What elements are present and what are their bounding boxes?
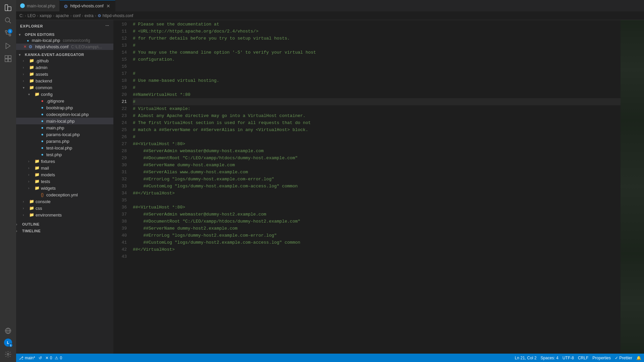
svg-point-5 xyxy=(9,34,11,36)
tree-item-main-local[interactable]: ● main-local.php xyxy=(16,118,113,124)
breadcrumb-conf[interactable]: conf xyxy=(73,13,80,18)
extensions-icon[interactable] xyxy=(3,54,13,64)
user-avatar[interactable]: L 1 xyxy=(4,339,12,347)
gitignore-label: .gitignore xyxy=(46,99,64,104)
status-position[interactable]: Ln 21, Col 2 xyxy=(515,356,537,360)
error-icon: ✕ xyxy=(45,356,49,360)
tree-item-fixtures[interactable]: › 📁 fixtures xyxy=(16,158,113,165)
status-encoding[interactable]: UTF-8 xyxy=(562,356,574,360)
breadcrumb-extra[interactable]: extra xyxy=(85,13,94,18)
outline-header[interactable]: › OUTLINE xyxy=(16,221,113,228)
status-branch[interactable]: ⎇ main* xyxy=(19,356,35,360)
svg-rect-0 xyxy=(5,5,8,11)
status-sync[interactable]: ↺ xyxy=(39,356,42,360)
params-icon: ● xyxy=(40,138,45,144)
tree-item-main[interactable]: ● main.php xyxy=(16,124,113,131)
breadcrumb-c[interactable]: C: xyxy=(19,13,23,18)
remote-explorer-icon[interactable] xyxy=(3,326,13,336)
status-line-ending[interactable]: CRLF xyxy=(578,356,588,360)
status-right: Ln 21, Col 2 Spaces: 4 UTF-8 CRLF Proper… xyxy=(515,356,641,360)
minimap-content xyxy=(621,20,644,354)
tree-item-admin[interactable]: › 📁 admin xyxy=(16,64,113,71)
tab-close-button[interactable]: ✕ xyxy=(106,3,111,9)
tree-item-widgets[interactable]: › 📁 widgets xyxy=(16,185,113,191)
common-folder-label: common xyxy=(36,85,52,90)
open-editor-close-icon[interactable]: ✕ xyxy=(23,45,26,49)
tree-item-test[interactable]: ● test.php xyxy=(16,151,113,158)
explorer-icon[interactable] xyxy=(3,3,13,13)
tree-item-params[interactable]: ● params.php xyxy=(16,138,113,144)
timeline-header[interactable]: › TIMELINE xyxy=(16,228,113,234)
bootstrap-label: bootstrap.php xyxy=(46,105,73,110)
models-folder-icon: 📁 xyxy=(34,172,40,177)
status-spaces[interactable]: Spaces: 4 xyxy=(541,356,558,360)
params-local-icon: ● xyxy=(40,132,45,137)
tests-label: tests xyxy=(41,179,50,184)
search-icon[interactable] xyxy=(3,15,13,25)
tree-item-common[interactable]: ▾ 📁 common xyxy=(16,84,113,91)
breadcrumb-gear-icon: ⚙ xyxy=(98,13,101,18)
tree-item-test-local[interactable]: ● test-local.php xyxy=(16,144,113,151)
tree-item-tests[interactable]: › 📁 tests xyxy=(16,178,113,185)
tab-httpd-vhosts[interactable]: ⚙ httpd-vhosts.conf ✕ xyxy=(60,0,115,11)
tree-item-config[interactable]: ▾ 📁 config xyxy=(16,91,113,98)
mail-label: mail xyxy=(41,166,49,171)
status-prettier[interactable]: ✓ Prettier xyxy=(615,356,632,360)
status-errors[interactable]: ✕ 0 ⚠ 0 xyxy=(45,356,62,360)
tab-conf-icon: ⚙ xyxy=(64,4,68,8)
breadcrumb-file[interactable]: httpd-vhosts.conf xyxy=(103,13,133,18)
language-label: Properties xyxy=(592,356,611,360)
svg-rect-11 xyxy=(8,56,11,58)
tree-item-backend[interactable]: › 📁 backend xyxy=(16,77,113,84)
console-folder-icon: 📁 xyxy=(29,199,34,204)
gitignore-file-icon: ● xyxy=(40,98,45,104)
environments-label: environments xyxy=(36,213,62,218)
status-bar: ⎇ main* ↺ ✕ 0 ⚠ 0 Ln 21, Col 2 Spa xyxy=(16,354,644,362)
svg-rect-10 xyxy=(5,56,8,58)
config-folder-icon: 📁 xyxy=(34,92,40,97)
assets-folder-label: assets xyxy=(36,72,48,77)
tree-item-console[interactable]: › 📁 console xyxy=(16,198,113,205)
open-editor-main-local-name: main-local.php xyxy=(32,38,60,43)
tree-item-models[interactable]: › 📁 models xyxy=(16,171,113,178)
tree-item-github[interactable]: › 📁 .github xyxy=(16,57,113,64)
status-bell[interactable]: 🔔 xyxy=(636,356,641,360)
sidebar-more-icon[interactable]: ⋯ xyxy=(105,24,109,28)
main-local-icon: ● xyxy=(40,118,45,124)
breadcrumb-xampp[interactable]: xampp xyxy=(40,13,52,18)
codeception-local-icon: ● xyxy=(40,112,45,117)
widgets-folder-icon: 📁 xyxy=(34,185,40,191)
open-editor-httpd-vhosts-name: httpd-vhosts.conf xyxy=(35,44,68,49)
line-ending-label: CRLF xyxy=(578,356,588,360)
tree-item-css[interactable]: › 📁 css xyxy=(16,205,113,212)
settings-icon[interactable] xyxy=(3,349,13,359)
tree-item-codeception-local[interactable]: ● codeception-local.php xyxy=(16,111,113,118)
open-editors-header[interactable]: ▾ OPEN EDITORS xyxy=(16,32,113,37)
tree-item-codeception-yml[interactable]: {} codeception.yml xyxy=(16,191,113,198)
source-control-icon[interactable]: 1 xyxy=(3,28,13,38)
tree-item-gitignore[interactable]: ● .gitignore xyxy=(16,98,113,104)
project-header[interactable]: ▾ KANIKA-EVENT-AGGREGATOR xyxy=(16,52,113,57)
open-editor-httpd-vhosts[interactable]: ✕ ⚙ httpd-vhosts.conf C:\LEO\xampp\... xyxy=(16,44,113,50)
code-area[interactable]: # Please see the documentation at# <URL:… xyxy=(130,20,621,354)
backend-folder-icon: 📁 xyxy=(29,78,34,83)
tree-item-bootstrap[interactable]: ● bootstrap.php xyxy=(16,104,113,111)
project-name: KANIKA-EVENT-AGGREGATOR xyxy=(25,53,84,57)
tree-item-params-local[interactable]: ● params-local.php xyxy=(16,131,113,138)
tab-main-local[interactable]: main-local.php xyxy=(16,0,60,11)
open-editor-main-local[interactable]: ● main-local.php common/config xyxy=(16,37,113,44)
tree-item-assets[interactable]: › 📁 assets xyxy=(16,71,113,77)
tab-httpd-vhosts-label: httpd-vhosts.conf xyxy=(70,3,104,8)
svg-point-4 xyxy=(5,31,7,33)
git-branch-icon: ⎇ xyxy=(19,356,23,360)
explorer-title: EXPLORER xyxy=(20,24,43,28)
status-language[interactable]: Properties xyxy=(592,356,611,360)
warning-count: 0 xyxy=(60,356,62,360)
tree-item-mail[interactable]: › 📁 mail xyxy=(16,165,113,171)
breadcrumb-leo[interactable]: LEO xyxy=(28,13,36,18)
activity-bar: 1 L 1 xyxy=(0,0,16,362)
tree-item-environments[interactable]: › 📁 environments xyxy=(16,212,113,218)
breadcrumb-apache[interactable]: apache xyxy=(56,13,69,18)
run-debug-icon[interactable] xyxy=(3,41,13,51)
timeline-label: TIMELINE xyxy=(22,229,41,233)
